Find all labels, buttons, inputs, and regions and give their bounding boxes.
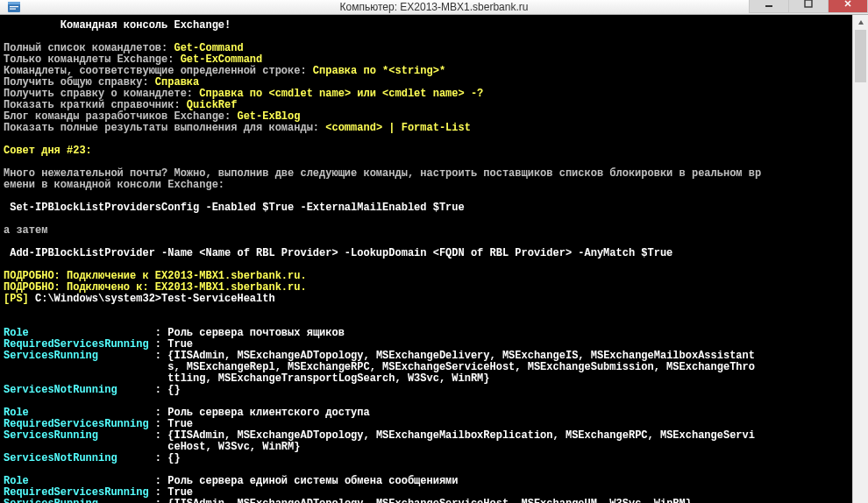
prompt-path: C:\Windows\system32> [35, 293, 161, 305]
window-title: Компьютер: EX2013-MBX1.sberbank.ru [0, 1, 868, 13]
terminal[interactable]: Командная консоль Exchange! Полный списо… [0, 15, 852, 503]
window-controls [750, 0, 868, 13]
svg-rect-3 [10, 9, 16, 10]
scroll-up-button[interactable] [853, 15, 868, 30]
prompt-ps: [PS] [4, 293, 35, 305]
svg-marker-8 [858, 20, 864, 25]
maximize-button[interactable] [788, 0, 829, 13]
close-button[interactable] [828, 0, 868, 13]
scrollbar-thumb[interactable] [855, 30, 866, 82]
app-icon [7, 0, 21, 14]
svg-rect-4 [765, 5, 772, 7]
label-role: Role [4, 327, 29, 339]
banner: Командная консоль Exchange! [4, 19, 231, 32]
vertical-scrollbar[interactable] [852, 15, 868, 503]
terminal-area: Командная консоль Exchange! Полный списо… [0, 15, 868, 503]
svg-rect-5 [805, 0, 812, 7]
prompt-cmd: Test-ServiceHealth [161, 293, 275, 305]
svg-rect-1 [8, 2, 20, 4]
app-window: Компьютер: EX2013-MBX1.sberbank.ru Коман… [0, 0, 868, 503]
tip-header: Совет дня #23: [4, 145, 92, 157]
titlebar[interactable]: Компьютер: EX2013-MBX1.sberbank.ru [0, 0, 868, 15]
scrollbar-track[interactable] [853, 30, 868, 500]
minimize-button[interactable] [749, 0, 789, 13]
svg-rect-2 [10, 6, 18, 7]
